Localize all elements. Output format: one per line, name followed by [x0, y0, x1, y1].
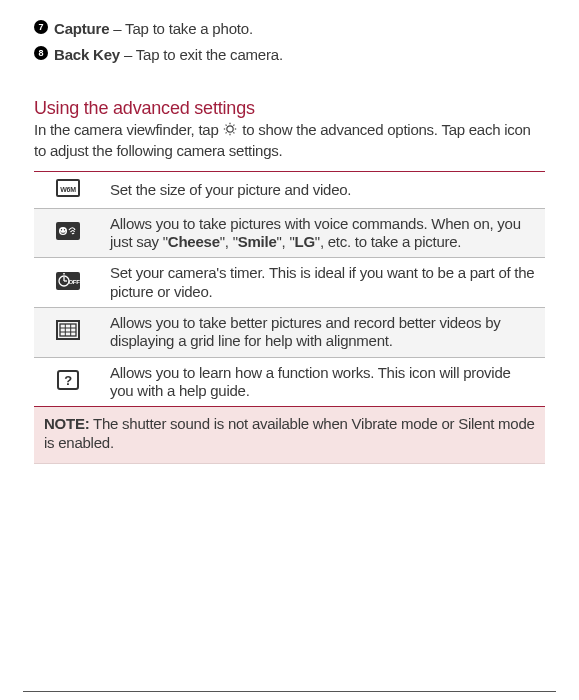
row-help: ? Allows you to learn how a function wor…	[34, 357, 545, 407]
number-badge-7: 7	[34, 20, 48, 34]
svg-line-5	[226, 125, 227, 126]
page-content: 7 Capture – Tap to take a photo. 8 Back …	[0, 0, 579, 464]
row-grid-desc: Allows you to take better pictures and r…	[102, 307, 545, 357]
svg-line-8	[226, 132, 227, 133]
svg-line-6	[234, 132, 235, 133]
timer-icon: OFF	[55, 271, 81, 291]
row-help-desc: Allows you to learn how a function works…	[102, 357, 545, 407]
note-text: The shutter sound is not available when …	[44, 415, 535, 451]
help-icon: ?	[55, 369, 81, 391]
row-voice: Allows you to take pictures with voice c…	[34, 208, 545, 258]
grid-icon	[55, 319, 81, 341]
svg-text:OFF: OFF	[68, 279, 80, 285]
svg-point-0	[227, 126, 233, 132]
svg-point-14	[61, 229, 62, 230]
row-size-desc: Set the size of your picture and video.	[102, 171, 545, 208]
row-voice-desc: Allows you to take pictures with voice c…	[102, 208, 545, 258]
section-title: Using the advanced settings	[34, 98, 545, 119]
row-size: W6M Set the size of your picture and vid…	[34, 171, 545, 208]
settings-table: W6M Set the size of your picture and vid…	[34, 171, 545, 408]
intro-text: In the camera viewfinder, tap to show th…	[34, 121, 545, 161]
svg-line-7	[234, 125, 235, 126]
numbered-item-7: 7 Capture – Tap to take a photo.	[34, 20, 545, 38]
voice-icon	[55, 221, 81, 241]
note-box: NOTE: The shutter sound is not available…	[34, 407, 545, 464]
svg-rect-23	[60, 324, 76, 336]
gear-icon	[222, 121, 238, 142]
page-footer: 50 Camera and Video	[0, 691, 579, 692]
svg-text:?: ?	[64, 373, 72, 388]
row-grid: Allows you to take better pictures and r…	[34, 307, 545, 357]
note-label: NOTE:	[44, 415, 89, 432]
backkey-label: Back Key	[54, 46, 120, 63]
size-icon: W6M	[55, 178, 81, 198]
capture-desc: – Tap to take a photo.	[109, 20, 253, 37]
row-timer: OFF Set your camera's timer. This is ide…	[34, 258, 545, 308]
row-timer-desc: Set your camera's timer. This is ideal i…	[102, 258, 545, 308]
numbered-item-8: 8 Back Key – Tap to exit the camera.	[34, 46, 545, 64]
number-badge-8: 8	[34, 46, 48, 60]
svg-point-15	[64, 229, 65, 230]
backkey-desc: – Tap to exit the camera.	[120, 46, 283, 63]
capture-label: Capture	[54, 20, 109, 37]
svg-text:W6M: W6M	[60, 185, 76, 192]
